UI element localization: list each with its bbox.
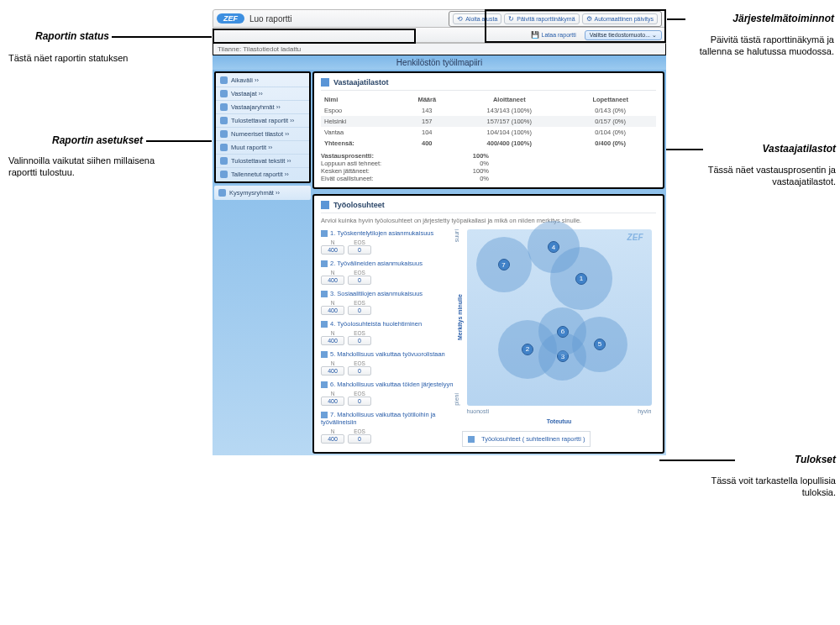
app-body: Aikaväli ››Vastaajat ››Vastaajaryhmät ››…: [213, 70, 666, 455]
question-label: 3. Sosiaalitilojen asianmukaisuus: [330, 290, 423, 297]
question-item[interactable]: 2. Työvälineiden asianmukaisuusN400EOS0: [321, 260, 455, 285]
results-panel-title: Työolosuhteet: [321, 201, 656, 213]
n-value: 400: [321, 276, 344, 285]
table-row: Espoo143143/143 (100%)0/143 (0%): [321, 105, 656, 116]
sidebar-item[interactable]: Muut raportit ››: [216, 141, 309, 155]
n-value: 400: [321, 434, 344, 444]
stats-col-header: Määrä: [400, 94, 454, 105]
eos-head: EOS: [348, 270, 371, 276]
anno-results-title: Tulokset: [739, 454, 836, 465]
anno-results-body: Tässä voit tarkastella lopullisia tuloks…: [701, 475, 836, 499]
n-head: N: [321, 330, 344, 336]
anno-settings-body: Valinnoilla vaikutat siihen millaisena r…: [8, 155, 168, 179]
n-head: N: [321, 239, 344, 245]
chart-marker[interactable]: 7: [498, 259, 510, 270]
question-label: 7. Mahdollisuus vaikuttaa työtiloihin ja…: [321, 411, 436, 426]
table-cell: Espoo: [321, 105, 400, 116]
app-header-row2: 💾 Lataa raportti Valitse tiedostomuoto..…: [213, 28, 666, 43]
sidebar-icon: [220, 117, 228, 124]
sidebar-icon: [220, 90, 228, 97]
sidebar-icon: [220, 76, 228, 84]
chevron-down-icon: ⌄: [652, 32, 657, 38]
eos-head: EOS: [348, 300, 371, 306]
anno-respstats-title: Vastaajatilastot: [706, 143, 836, 155]
sidebar-item[interactable]: Vastaajat ››: [216, 87, 309, 101]
question-item[interactable]: 7. Mahdollisuus vaikuttaa työtiloihin ja…: [321, 411, 455, 444]
question-item[interactable]: 4. Työolosuhteista huolehtiminenN400EOS0: [321, 320, 455, 345]
sidebar-item[interactable]: Numeeriset tilastot ››: [216, 128, 309, 141]
n-value: 400: [321, 245, 344, 255]
question-item[interactable]: 5. Mahdollisuus vaikuttaa työvuorolistaa…: [321, 350, 455, 376]
sidebar-item-label: Aikaväli ››: [231, 76, 259, 84]
n-value: 400: [321, 397, 344, 406]
n-head: N: [321, 428, 344, 434]
sidebar-item[interactable]: Vastaajaryhmät ››: [216, 101, 309, 114]
sidebar-item-label: Kysymysryhmät ››: [229, 189, 280, 197]
question-item[interactable]: 6. Mahdollisuus vaikuttaa töiden järjest…: [321, 381, 455, 406]
scatter-chart: ZEF Merkitys minulle suuri pieni huonost…: [467, 229, 652, 406]
refresh-report-button[interactable]: ↻ Päivitä raporttinäkymä: [504, 13, 579, 24]
table-row: Helsinki157157/157 (100%)0/157 (0%): [321, 116, 656, 127]
sidebar-item-label: Numeeriset tilastot ››: [231, 130, 289, 138]
chart-marker[interactable]: 1: [575, 273, 587, 285]
question-icon: [321, 260, 328, 267]
stats-col-header: Nimi: [321, 94, 400, 105]
eos-value: 0: [348, 245, 371, 255]
respondent-stats-title: Vastaajatilastot: [321, 78, 656, 91]
chart-marker[interactable]: 5: [594, 339, 606, 350]
eos-head: EOS: [348, 391, 371, 397]
chart-x-right: hyvin: [638, 408, 651, 414]
chart-area: ZEF Merkitys minulle suuri pieni huonost…: [462, 229, 656, 447]
question-icon: [321, 351, 328, 358]
eos-value: 0: [348, 336, 371, 345]
settings-sidebar: Aikaväli ››Vastaajat ››Vastaajaryhmät ››…: [214, 71, 311, 454]
table-cell: Helsinki: [321, 116, 400, 127]
eos-value: 0: [348, 276, 371, 285]
download-report-button[interactable]: 💾 Lataa raportti: [528, 30, 580, 39]
sidebar-item[interactable]: Aikaväli ››: [216, 74, 309, 87]
chart-x-label: Toteutuu: [467, 418, 652, 424]
stats-col-header: Aloittaneet: [454, 94, 564, 105]
anno-system-body: Päivitä tästä raporttinäkymä ja tallenna…: [679, 34, 834, 58]
sidebar-item-label: Vastaajat ››: [231, 90, 263, 97]
table-cell: 143: [400, 105, 454, 116]
sidebar-panel-questions: Kysymysryhmät ››: [214, 186, 311, 200]
chart-y-top: suuri: [454, 229, 459, 242]
anno-status-title: Raportin status: [8, 30, 109, 42]
table-cell: 0/143 (0%): [564, 105, 656, 116]
results-panel: Työolosuhteet Arvioi kuinka hyvin työolo…: [312, 194, 664, 454]
chart-x-left: huonosti: [467, 408, 489, 414]
question-icon: [321, 321, 328, 328]
question-list: 1. Työskentelytilojen asianmukaisuusN400…: [321, 229, 455, 447]
eos-head: EOS: [348, 428, 371, 434]
sidebar-item[interactable]: Tulostettavat tekstit ››: [216, 155, 309, 168]
file-format-select[interactable]: Valitse tiedostomuoto... ⌄: [585, 30, 662, 40]
sidebar-item[interactable]: Tallennetut raportit ››: [216, 168, 309, 181]
sidebar-icon: [220, 171, 228, 178]
disk-icon: 💾: [531, 31, 539, 39]
sidebar-icon: [220, 157, 228, 165]
folder-icon: [321, 201, 329, 209]
n-head: N: [321, 270, 344, 276]
auto-refresh-button[interactable]: ⚙ Automaattinen päivitys: [582, 13, 658, 24]
start-over-button[interactable]: ⟲ Aloita alusta: [453, 13, 501, 24]
sidebar-item-label: Tulostettavat raportit ››: [231, 117, 294, 124]
table-cell: 104: [400, 127, 454, 138]
question-icon: [321, 381, 328, 388]
question-item[interactable]: 3. Sosiaalitilojen asianmukaisuusN400EOS…: [321, 290, 455, 315]
logo-zef: ZEF: [217, 13, 244, 24]
anno-system-title: Järjestelmätoiminnot: [687, 13, 834, 24]
table-cell: 0/157 (0%): [564, 116, 656, 127]
question-item[interactable]: 1. Työskentelytilojen asianmukaisuusN400…: [321, 229, 455, 255]
chart-marker[interactable]: 6: [557, 326, 569, 338]
sidebar-item[interactable]: Tulostettavat raportit ››: [216, 114, 309, 128]
people-icon: [321, 78, 329, 87]
sidebar-item-label: Muut raportit ››: [231, 144, 272, 151]
question-label: 2. Työvälineiden asianmukaisuus: [330, 260, 423, 267]
sidebar-item[interactable]: Kysymysryhmät ››: [214, 186, 311, 199]
table-cell: 0/400 (0%): [564, 138, 656, 149]
refresh-icon: ⟲: [457, 15, 463, 23]
sidebar-icon: [218, 189, 226, 197]
chart-marker[interactable]: 4: [548, 241, 559, 253]
chart-marker[interactable]: 2: [522, 344, 533, 355]
